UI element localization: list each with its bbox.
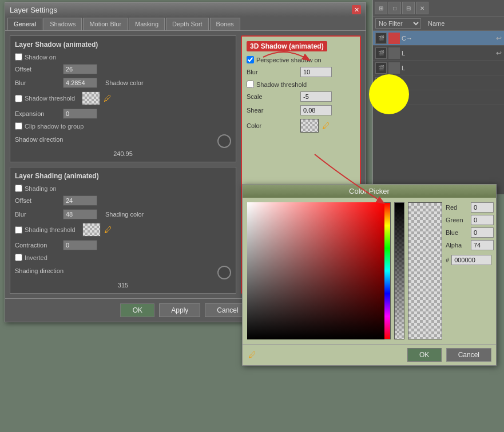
tab-bones[interactable]: Bones (210, 18, 240, 30)
gradient-svg (247, 202, 384, 339)
layer-name: L (402, 65, 502, 71)
color-preview-swatch (408, 202, 442, 339)
tab-depth-sort[interactable]: Depth Sort (166, 18, 209, 30)
toolbar-icon-3[interactable]: ⊟ (402, 2, 415, 14)
scale-row: Scale (247, 91, 355, 102)
expansion-input[interactable] (63, 109, 97, 119)
shadow-on-checkbox[interactable] (15, 53, 22, 61)
blur-3d-row: Blur (247, 67, 355, 77)
shadow-direction-row: Shadow direction (15, 134, 231, 148)
clip-shadow-row: Clip shadow to group (15, 122, 231, 130)
shading-on-label: Shading on (25, 185, 57, 192)
left-panel: Layer Shadow (animated) Shadow on Offset… (10, 35, 236, 294)
blue-row: Blue (446, 227, 491, 238)
shadow-direction-value: 240.95 (113, 150, 133, 157)
color-picker-window: Color Picker (242, 184, 497, 366)
shear-label: Shear (247, 107, 298, 114)
shadow-threshold-row: Shadow threshold 🖊 (15, 91, 231, 105)
green-label: Green (446, 217, 469, 223)
alpha-input[interactable] (471, 240, 494, 250)
layer-color-box (388, 33, 400, 44)
expansion-row: Expansion (15, 109, 231, 119)
shadow-color-picker-icon[interactable]: 🖊 (104, 94, 112, 103)
color-3d-swatch[interactable] (300, 119, 319, 133)
layer-name: L (402, 94, 502, 101)
toolbar-icon-4[interactable]: ✕ (416, 2, 428, 14)
filter-bar: No Filter Name (373, 17, 504, 31)
red-input[interactable] (471, 202, 494, 213)
tab-shadows[interactable]: Shadows (43, 18, 82, 30)
layer-type-icon: 🎬 (375, 47, 387, 59)
color-picker-content: Red Green Blue Alpha # (243, 198, 496, 344)
toolbar-icon-2[interactable]: □ (388, 2, 401, 14)
shadow-threshold-label: Shadow threshold (25, 95, 75, 102)
tab-masking[interactable]: Masking (129, 18, 165, 30)
shading-offset-input[interactable] (63, 195, 97, 206)
offset-input[interactable] (63, 64, 97, 74)
shadow-color-swatch[interactable] (82, 91, 100, 105)
toolbar-icon-1[interactable]: ⊞ (375, 2, 387, 14)
expansion-label: Expansion (15, 110, 61, 117)
layer-row[interactable]: 🎬 L ↩ (373, 46, 504, 61)
clip-shadow-checkbox[interactable] (15, 122, 22, 130)
color-picker-cancel-button[interactable]: Cancel (446, 348, 491, 362)
apply-button[interactable]: Apply (159, 303, 200, 317)
blue-input[interactable] (471, 227, 494, 238)
blur-3d-input[interactable] (300, 67, 332, 77)
color-3d-label: Color (247, 122, 298, 129)
shading-direction-circle[interactable] (217, 266, 231, 279)
layer-name: L (402, 50, 494, 57)
perspective-on-checkbox[interactable] (247, 56, 254, 63)
red-row: Red (446, 202, 491, 213)
tab-general[interactable]: General (7, 18, 42, 30)
blur-3d-label: Blur (247, 69, 298, 75)
shading-direction-label: Shading direction (15, 267, 64, 274)
layer-shadow-section: Layer Shadow (animated) Shadow on Offset… (10, 35, 236, 162)
color-3d-row: Color 🖊 (247, 119, 355, 133)
window-title: Layer Settings (10, 6, 57, 14)
alpha-label: Alpha (446, 242, 469, 249)
shadow-threshold-checkbox[interactable] (15, 95, 22, 102)
close-button[interactable]: ✕ (352, 5, 361, 14)
color-picker-buttons: OK Cancel (407, 348, 491, 362)
shading-direction-value: 315 (118, 282, 128, 289)
hex-input[interactable] (451, 255, 491, 265)
shadow-threshold-3d-checkbox[interactable] (247, 81, 254, 88)
shading-threshold-checkbox[interactable] (15, 226, 22, 234)
color-3d-picker-icon[interactable]: 🖊 (322, 121, 330, 130)
shading-color-swatch[interactable] (82, 223, 101, 237)
offset-row: Offset (15, 64, 231, 74)
layer-row[interactable]: 🎬 L (373, 61, 504, 75)
shadow-direction-circle[interactable] (217, 134, 231, 148)
green-input[interactable] (471, 215, 494, 225)
shadow-direction-label: Shadow direction (15, 136, 63, 143)
inverted-row: Inverted (15, 254, 231, 261)
filter-select[interactable]: No Filter (375, 18, 421, 29)
shadow-threshold-3d-label: Shadow threshold (256, 81, 307, 88)
contraction-input[interactable] (63, 240, 97, 250)
scale-input[interactable] (300, 91, 332, 102)
blur-input[interactable] (63, 78, 97, 88)
layer-row[interactable]: 🎬 C→ ↩ (373, 31, 504, 46)
shading-on-checkbox[interactable] (15, 185, 22, 192)
eyedropper-icon[interactable]: 🖊 (248, 350, 256, 359)
shadow-on-row: Shadow on (15, 53, 231, 61)
layer-shading-title: Layer Shading (animated) (15, 172, 231, 180)
shading-blur-input[interactable] (63, 209, 97, 219)
alpha-slider[interactable] (394, 202, 404, 339)
shear-input[interactable] (300, 105, 332, 115)
gradient-picker[interactable] (247, 202, 377, 339)
clip-shadow-label: Clip shadow to group (25, 123, 84, 130)
ok-button[interactable]: OK (120, 303, 154, 317)
perspective-on-label: Perspective shadow on (256, 57, 322, 63)
window-titlebar: Layer Settings ✕ (5, 3, 366, 17)
shading-on-row: Shading on (15, 185, 231, 192)
inverted-checkbox[interactable] (15, 254, 22, 261)
blur-label: Blur (15, 79, 61, 86)
tab-motion-blur[interactable]: Motion Blur (83, 18, 128, 30)
color-picker-bottom: 🖊 OK Cancel (243, 344, 496, 365)
shading-color-picker-icon[interactable]: 🖊 (104, 225, 112, 234)
color-picker-ok-button[interactable]: OK (407, 348, 442, 362)
contraction-label: Contraction (15, 242, 61, 249)
alpha-row: Alpha (446, 240, 491, 250)
